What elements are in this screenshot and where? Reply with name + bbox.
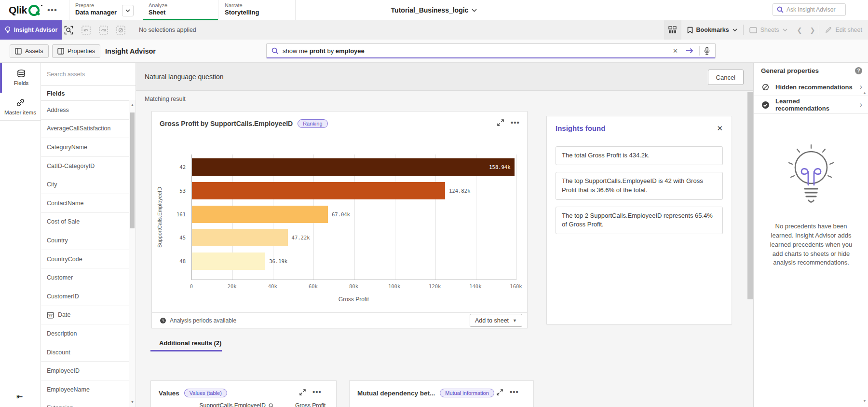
bar[interactable]: 158.94k [192, 158, 515, 176]
bar-value-label: 124.82k [449, 188, 470, 194]
assets-toggle-button[interactable]: Assets [10, 44, 49, 58]
app-title-dropdown[interactable]: Tutorial_Business_logic [391, 6, 477, 14]
edit-sheet-button[interactable]: Edit sheet [819, 20, 868, 40]
field-item[interactable]: CatID-CategoryID [41, 157, 136, 176]
scroll-down-icon[interactable]: ▼ [863, 399, 867, 403]
insight-card[interactable]: The top 2 SupportCalls.EmployeeID repres… [556, 207, 723, 235]
tab-section-label: Narrate [225, 2, 287, 9]
assets-scrollbar[interactable]: ▲ ▼ [129, 100, 136, 407]
nlp-search-box[interactable]: show me profit by employee ✕ [266, 43, 716, 58]
undo-selection-icon[interactable] [80, 24, 92, 36]
global-menu-button[interactable]: ••• [47, 0, 57, 20]
app-objects-icon[interactable] [664, 20, 681, 40]
learned-recommendations-row[interactable]: Learned recommendations › [754, 96, 868, 114]
previous-sheet-icon[interactable]: ❮ [793, 27, 806, 34]
field-label: Discount [47, 349, 70, 356]
insight-card[interactable]: The total Gross Profit is 434.2k. [556, 146, 723, 165]
fields-list: AddressAverageCallSatisfactionCategoryNa… [41, 101, 136, 407]
smart-search-icon[interactable] [63, 24, 74, 36]
more-options-icon[interactable]: ••• [312, 389, 322, 395]
pencil-icon [825, 27, 832, 33]
cancel-button[interactable]: Cancel [708, 70, 744, 85]
clear-query-icon[interactable]: ✕ [671, 47, 680, 55]
field-item[interactable]: Description [41, 324, 136, 343]
edit-sheet-label: Edit sheet [835, 27, 862, 33]
more-options-icon[interactable]: ••• [511, 119, 520, 126]
microphone-icon[interactable] [704, 47, 710, 55]
expand-icon[interactable] [299, 389, 306, 395]
field-item[interactable]: ContactName [41, 194, 136, 213]
bar[interactable]: 67.04k [192, 206, 328, 223]
help-icon[interactable]: ? [855, 67, 862, 74]
bar[interactable]: 47.22k [192, 229, 288, 246]
search-assets-input[interactable]: Search assets [41, 63, 136, 86]
insight-card[interactable]: The top SupportCalls.EmployeeID is 42 wi… [556, 172, 723, 200]
field-item[interactable]: EmployeeID [41, 362, 136, 380]
nav-rail-master-items[interactable]: Master items [0, 93, 41, 121]
add-to-sheet-button[interactable]: Add to sheet ▼ [470, 314, 522, 327]
field-item[interactable]: Discount [41, 343, 136, 362]
x-axis-ticks: 020k40k60k80k100k120k140k160k [191, 283, 516, 290]
additional-results-tab[interactable]: Additional results (2) [159, 339, 221, 347]
values-column-dimension[interactable]: SupportCalls.EmployeeID [151, 400, 278, 407]
scrollbar-thumb[interactable] [130, 112, 135, 228]
main-scrollbar-thumb[interactable] [747, 92, 753, 299]
y-axis-title: SupportCalls.EmployeeID [156, 154, 163, 280]
properties-toggle-button[interactable]: Properties [52, 44, 100, 58]
bar-value-label: 36.19k [269, 258, 287, 264]
field-item[interactable]: AverageCallSatisfaction [41, 120, 136, 139]
no-selections-label: No selections applied [139, 20, 196, 40]
field-label: Address [47, 107, 69, 113]
search-icon[interactable] [269, 403, 274, 407]
field-item[interactable]: Cost of Sale [41, 213, 136, 232]
field-item[interactable]: CountryCode [41, 250, 136, 269]
field-item[interactable]: CategoryName [41, 138, 136, 157]
tab-analyze[interactable]: Analyze Sheet [149, 0, 211, 20]
expand-icon[interactable] [497, 389, 503, 395]
bar-value-label: 67.04k [332, 211, 350, 217]
clear-selections-icon[interactable] [115, 24, 126, 36]
next-sheet-icon[interactable]: ❯ [806, 27, 819, 34]
prepare-dropdown-button[interactable] [122, 5, 134, 16]
sheets-dropdown[interactable]: Sheets [744, 20, 793, 40]
bar[interactable]: 36.19k [192, 253, 265, 270]
scroll-down-icon[interactable]: ▼ [129, 400, 136, 404]
insight-advisor-results: Natural language question Cancel Matchin… [136, 63, 753, 407]
chevron-right-icon: › [860, 83, 862, 91]
y-axis-tick: 48 [166, 253, 186, 270]
bookmarks-dropdown[interactable]: Bookmarks [681, 20, 743, 40]
qlik-logo-text: Qlik [9, 4, 27, 16]
submit-query-icon[interactable] [684, 48, 695, 54]
nav-rail-fields[interactable]: Fields [0, 63, 41, 93]
lightbulb-illustration [782, 142, 840, 215]
tab-narrate[interactable]: Narrate Storytelling [225, 0, 287, 20]
field-item[interactable]: 12Date [41, 306, 136, 325]
field-item[interactable]: City [41, 175, 136, 194]
field-item[interactable]: Customer [41, 268, 136, 287]
ask-insight-advisor-input[interactable]: Ask Insight Advisor [773, 3, 846, 16]
redo-selection-icon[interactable] [97, 24, 109, 36]
insight-advisor-button[interactable]: Insight Advisor [0, 20, 62, 40]
field-label: Customer [47, 274, 73, 281]
field-item[interactable]: Country [41, 231, 136, 250]
trademark-dot [41, 5, 42, 6]
expand-icon[interactable] [497, 119, 504, 126]
field-item[interactable]: CustomerID [41, 287, 136, 306]
y-axis-tick: 45 [166, 229, 186, 246]
x-axis-tick: 20k [228, 283, 237, 289]
field-item[interactable]: Address [41, 101, 136, 120]
svg-text:12: 12 [49, 315, 52, 318]
values-column-measure[interactable]: Gross Profit [278, 400, 326, 407]
scroll-up-icon[interactable]: ▲ [863, 91, 867, 95]
scroll-up-icon[interactable]: ▲ [129, 103, 136, 107]
collapse-panel-icon[interactable]: ⇤ [16, 392, 23, 401]
chevron-down-icon: ▼ [513, 318, 517, 323]
bar[interactable]: 124.82k [192, 182, 445, 199]
nlp-query-text[interactable]: show me profit by employee [283, 47, 667, 55]
field-item[interactable]: EmployeeName [41, 380, 136, 399]
field-label: Description [47, 330, 77, 337]
field-item[interactable]: Extension [41, 399, 136, 407]
more-options-icon[interactable]: ••• [510, 389, 519, 395]
close-icon[interactable]: ✕ [715, 122, 725, 135]
hidden-recommendations-row[interactable]: Hidden recommendations › [754, 78, 868, 96]
